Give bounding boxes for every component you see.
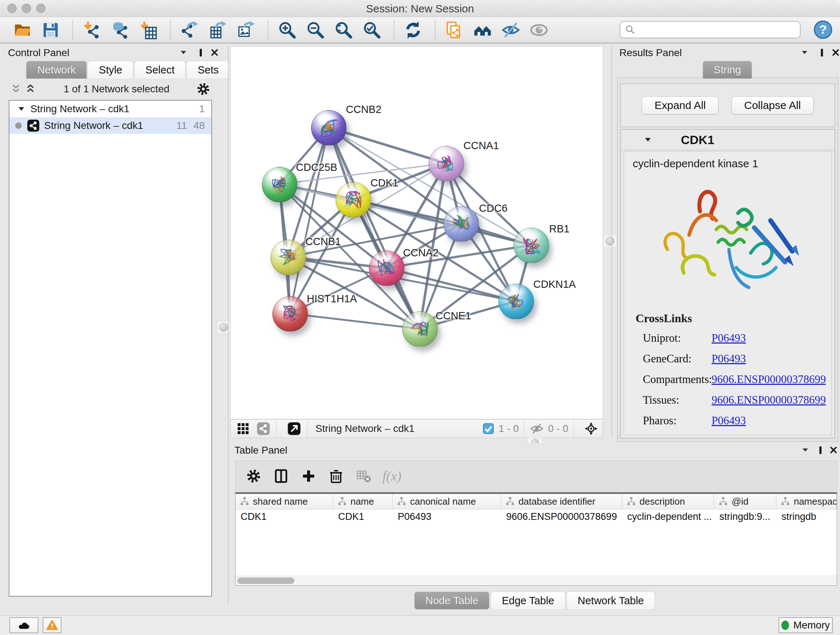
edge-CCNB2-HIST1H1A[interactable] bbox=[290, 127, 328, 314]
table-cell[interactable]: stringdb bbox=[776, 509, 837, 524]
results-panel-float-button[interactable] bbox=[816, 46, 828, 59]
import-network-file-button[interactable] bbox=[82, 20, 102, 40]
table-panel-float-button[interactable] bbox=[814, 444, 827, 456]
export-network-button[interactable] bbox=[180, 20, 200, 40]
table-cell[interactable]: P06493 bbox=[393, 509, 501, 524]
results-panel-close-button[interactable] bbox=[829, 46, 840, 59]
collapse-all-networks-button[interactable] bbox=[23, 82, 38, 96]
help-button[interactable]: ? bbox=[813, 20, 833, 40]
table-panel-close-button[interactable] bbox=[827, 444, 840, 456]
expand-all-button[interactable]: Expand All bbox=[642, 96, 718, 114]
table-options-button[interactable] bbox=[244, 467, 263, 486]
table-horizontal-scrollbar[interactable] bbox=[235, 576, 837, 585]
network-node-CDC25B[interactable] bbox=[262, 167, 297, 203]
function-builder-button[interactable]: f(x) bbox=[382, 468, 401, 484]
network-node-CCNB2[interactable] bbox=[311, 110, 347, 146]
memory-button[interactable]: Memory bbox=[778, 617, 833, 633]
tab-string[interactable]: String bbox=[703, 61, 752, 79]
crosslink-link[interactable]: P06493 bbox=[712, 414, 746, 427]
column-header-name[interactable]: name bbox=[333, 494, 393, 509]
import-table-file-button[interactable] bbox=[138, 20, 158, 40]
zoom-selected-button[interactable] bbox=[362, 20, 382, 40]
left-splitter[interactable] bbox=[228, 46, 229, 604]
table-panel-collapse-button[interactable] bbox=[799, 444, 812, 456]
cloud-button[interactable] bbox=[9, 617, 38, 633]
export-image-button[interactable] bbox=[236, 20, 256, 40]
crosslink-link[interactable]: P06493 bbox=[712, 332, 746, 345]
show-grid-button[interactable] bbox=[235, 421, 251, 437]
table-row[interactable]: CDK1CDK1P064939606.ENSP00000378699cyclin… bbox=[235, 509, 837, 524]
hide-selected-button[interactable] bbox=[501, 20, 521, 40]
control-panel-float-button[interactable] bbox=[195, 46, 207, 59]
tab-network-table[interactable]: Network Table bbox=[567, 592, 655, 609]
expand-all-networks-button[interactable] bbox=[9, 82, 23, 96]
fit-selected-button[interactable] bbox=[583, 421, 599, 437]
crosslink-link[interactable]: 9606.ENSP00000378699 bbox=[712, 373, 826, 386]
entry-header[interactable]: CDK1 bbox=[621, 130, 835, 150]
network-node-CCNB1[interactable] bbox=[271, 240, 306, 275]
column-header-database-identifier[interactable]: database identifier bbox=[501, 494, 622, 509]
network-row[interactable]: String Network – cdk1 11 48 bbox=[9, 117, 211, 134]
collapse-all-button[interactable]: Collapse All bbox=[731, 96, 813, 114]
tab-network[interactable]: Network bbox=[26, 61, 87, 79]
save-session-button[interactable] bbox=[41, 20, 61, 40]
delete-table-button[interactable] bbox=[354, 467, 373, 486]
network-collection-row[interactable]: String Network – cdk1 1 bbox=[9, 101, 211, 117]
refresh-network-button[interactable] bbox=[403, 20, 423, 40]
create-column-button[interactable] bbox=[299, 467, 318, 486]
tab-edge-table[interactable]: Edge Table bbox=[491, 592, 565, 609]
selected-checkbox-icon[interactable] bbox=[482, 422, 495, 435]
show-columns-button[interactable] bbox=[272, 467, 291, 486]
zoom-out-button[interactable] bbox=[305, 20, 325, 40]
first-neighbors-button[interactable] bbox=[472, 20, 493, 40]
right-splitter[interactable] bbox=[611, 46, 612, 437]
control-panel-close-button[interactable] bbox=[208, 46, 221, 59]
tab-style[interactable]: Style bbox=[88, 61, 133, 79]
right-splitter-grip[interactable] bbox=[603, 234, 616, 248]
column-header-description[interactable]: description bbox=[622, 494, 714, 509]
show-all-button[interactable] bbox=[529, 20, 549, 40]
birdseye-view-button[interactable] bbox=[286, 421, 302, 437]
search-input[interactable] bbox=[636, 22, 800, 37]
import-network-database-button[interactable] bbox=[110, 20, 130, 40]
clone-network-button[interactable] bbox=[444, 20, 464, 40]
column-header-shared-name[interactable]: shared name bbox=[235, 494, 333, 509]
column-header-canonical-name[interactable]: canonical name bbox=[393, 494, 501, 509]
tab-node-table[interactable]: Node Table bbox=[414, 592, 489, 609]
warnings-button[interactable] bbox=[43, 617, 62, 633]
expand-triangle-icon[interactable] bbox=[643, 134, 653, 145]
network-node-CDC6[interactable] bbox=[444, 206, 479, 242]
network-canvas[interactable]: CCNB2CCNA1CDC25BCDK1CDC6RB1CCNB1CCNA2CDK… bbox=[231, 46, 603, 419]
control-panel-collapse-button[interactable] bbox=[177, 46, 189, 59]
results-panel-collapse-button[interactable] bbox=[798, 46, 811, 59]
crosslink-link[interactable]: P06493 bbox=[712, 352, 746, 365]
delete-column-button[interactable] bbox=[327, 467, 346, 486]
column-header--id[interactable]: @id bbox=[714, 494, 776, 509]
zoom-fit-button[interactable] bbox=[333, 20, 354, 40]
open-session-button[interactable] bbox=[12, 20, 33, 40]
zoom-in-button[interactable] bbox=[277, 20, 297, 40]
network-node-CCNA1[interactable] bbox=[429, 146, 464, 181]
network-node-CDK1[interactable] bbox=[336, 182, 371, 218]
attribute-type-icon bbox=[239, 496, 250, 507]
column-header-namespac[interactable]: namespac bbox=[776, 494, 837, 509]
edge-HIST1H1A-CCNE1[interactable] bbox=[290, 314, 420, 329]
table-cell[interactable]: CDK1 bbox=[333, 509, 393, 524]
network-node-RB1[interactable] bbox=[514, 228, 549, 263]
table-cell[interactable]: CDK1 bbox=[235, 509, 333, 524]
network-node-CDKN1A[interactable] bbox=[499, 284, 534, 319]
table-cell[interactable]: cyclin-dependent ... bbox=[622, 509, 714, 524]
network-node-CCNE1[interactable] bbox=[402, 311, 438, 347]
network-share-view-button[interactable] bbox=[256, 421, 271, 437]
network-node-CCNA2[interactable] bbox=[369, 250, 404, 286]
expand-triangle-icon[interactable] bbox=[16, 103, 27, 114]
table-cell[interactable]: stringdb:9... bbox=[714, 509, 776, 524]
tab-sets[interactable]: Sets bbox=[186, 61, 230, 79]
network-node-HIST1H1A[interactable] bbox=[272, 296, 308, 332]
scrollbar-thumb[interactable] bbox=[237, 578, 294, 584]
export-table-button[interactable] bbox=[208, 20, 228, 40]
table-cell[interactable]: 9606.ENSP00000378699 bbox=[501, 509, 622, 524]
crosslink-link[interactable]: 9606.ENSP00000378699 bbox=[712, 394, 826, 407]
tab-select[interactable]: Select bbox=[134, 61, 186, 79]
network-options-button[interactable] bbox=[195, 81, 211, 97]
